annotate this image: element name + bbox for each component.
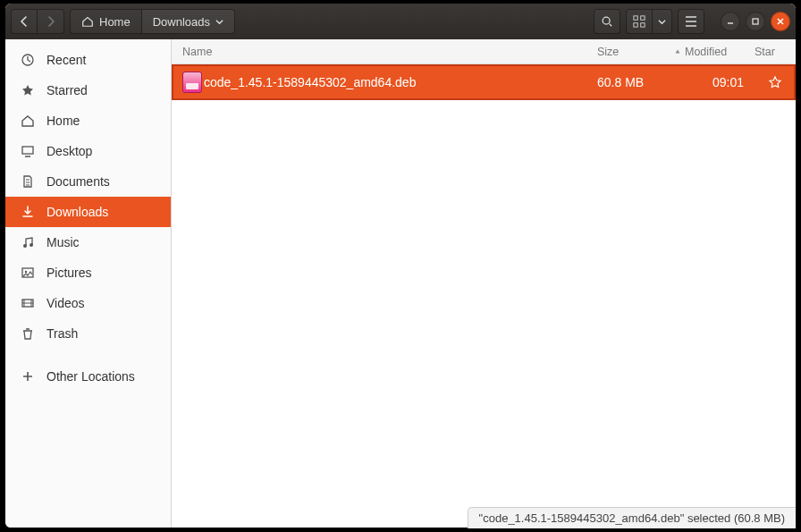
- sidebar-item-pictures[interactable]: Pictures: [5, 258, 171, 288]
- sidebar-item-music[interactable]: Music: [5, 227, 171, 258]
- close-icon: [776, 17, 785, 26]
- sidebar-item-label: Trash: [46, 326, 78, 341]
- breadcrumb-label: Home: [99, 15, 131, 29]
- svg-rect-1: [634, 16, 637, 20]
- sidebar-item-label: Music: [46, 235, 80, 249]
- column-modified[interactable]: Modified: [674, 46, 755, 58]
- star-outline-icon: [768, 75, 782, 89]
- breadcrumb-home[interactable]: Home: [71, 10, 142, 33]
- hamburger-icon: [685, 16, 697, 27]
- star-icon: [20, 83, 36, 97]
- sidebar-item-videos[interactable]: Videos: [5, 288, 171, 318]
- file-name: code_1.45.1-1589445302_amd64.deb: [204, 75, 597, 89]
- download-icon: [20, 205, 36, 219]
- sidebar-item-label: Recent: [46, 53, 86, 67]
- sidebar-item-downloads[interactable]: Downloads: [5, 197, 171, 227]
- sort-asc-icon: [674, 48, 681, 55]
- sidebar-item-starred[interactable]: Starred: [5, 75, 171, 106]
- sidebar-item-recent[interactable]: Recent: [5, 45, 171, 75]
- picture-icon: [20, 266, 36, 280]
- sidebar-item-label: Other Locations: [46, 369, 135, 384]
- video-icon: [20, 296, 36, 310]
- sidebar-item-label: Home: [46, 114, 80, 128]
- svg-point-9: [30, 243, 33, 247]
- headerbar: Home Downloads: [5, 4, 796, 39]
- search-icon: [601, 15, 613, 28]
- svg-rect-3: [634, 23, 637, 27]
- sidebar: RecentStarredHomeDesktopDocumentsDownloa…: [5, 39, 172, 528]
- column-star[interactable]: Star: [755, 46, 796, 58]
- sidebar-item-label: Videos: [46, 296, 85, 310]
- view-menu-button[interactable]: [653, 9, 672, 34]
- music-icon: [20, 235, 36, 249]
- file-list[interactable]: code_1.45.1-1589445302_amd64.deb60.8 MB0…: [172, 64, 796, 528]
- file-icon: [172, 72, 204, 93]
- sidebar-item-label: Starred: [46, 83, 88, 97]
- sidebar-item-home[interactable]: Home: [5, 106, 171, 136]
- sidebar-item-label: Desktop: [46, 144, 92, 158]
- svg-point-11: [25, 271, 27, 273]
- column-headers: Name Size Modified Star: [172, 39, 796, 64]
- home-icon: [20, 114, 36, 128]
- search-button[interactable]: [594, 9, 620, 34]
- maximize-button[interactable]: [746, 12, 765, 31]
- svg-point-8: [23, 244, 27, 248]
- column-name[interactable]: Name: [172, 46, 597, 58]
- file-modified: 09:01: [674, 75, 755, 89]
- svg-rect-7: [22, 147, 33, 154]
- svg-point-0: [603, 17, 610, 24]
- file-manager-window: Home Downloads: [5, 4, 796, 528]
- svg-rect-2: [641, 16, 645, 20]
- sidebar-item-label: Documents: [46, 174, 110, 189]
- svg-rect-4: [641, 23, 645, 27]
- document-icon: [20, 174, 36, 189]
- sidebar-item-trash[interactable]: Trash: [5, 318, 171, 349]
- sidebar-item-label: Pictures: [46, 266, 92, 280]
- minimize-icon: [726, 17, 735, 26]
- forward-button[interactable]: [38, 9, 64, 34]
- hamburger-menu-button[interactable]: [678, 9, 704, 34]
- breadcrumb-label: Downloads: [153, 15, 210, 29]
- sidebar-item-desktop[interactable]: Desktop: [5, 136, 171, 166]
- trash-icon: [20, 326, 36, 341]
- chevron-down-icon: [658, 18, 666, 26]
- grid-icon: [633, 15, 645, 28]
- file-row[interactable]: code_1.45.1-1589445302_amd64.deb60.8 MB0…: [172, 64, 796, 100]
- breadcrumb-downloads[interactable]: Downloads: [142, 10, 234, 33]
- home-icon: [81, 15, 94, 28]
- file-size: 60.8 MB: [597, 75, 674, 89]
- maximize-icon: [751, 17, 760, 26]
- pathbar: Home Downloads: [70, 9, 235, 34]
- chevron-down-icon: [215, 18, 223, 26]
- minimize-button[interactable]: [721, 12, 740, 31]
- content-area: Name Size Modified Star code_1.45.1-1589…: [172, 39, 796, 528]
- sidebar-item-label: Downloads: [46, 205, 108, 219]
- plus-icon: [20, 369, 36, 384]
- clock-icon: [20, 53, 36, 67]
- view-grid-button[interactable]: [626, 9, 653, 34]
- back-button[interactable]: [11, 9, 38, 34]
- desktop-icon: [20, 144, 36, 158]
- column-size[interactable]: Size: [597, 46, 674, 58]
- sidebar-item-other[interactable]: Other Locations: [5, 361, 171, 392]
- close-button[interactable]: [771, 12, 790, 31]
- statusbar: "code_1.45.1-1589445302_amd64.deb" selec…: [468, 507, 796, 528]
- file-star[interactable]: [755, 75, 796, 89]
- sidebar-item-documents[interactable]: Documents: [5, 166, 171, 197]
- svg-rect-5: [753, 19, 758, 24]
